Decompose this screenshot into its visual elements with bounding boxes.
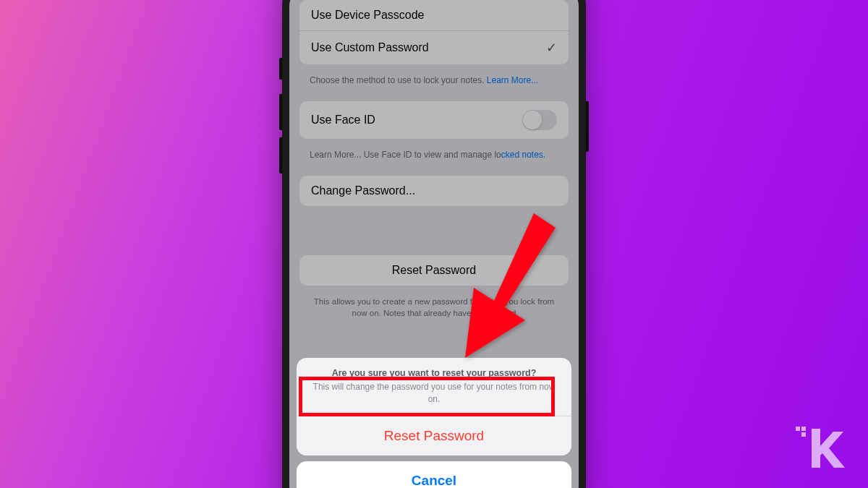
- phone-screen: Use Device Passcode Use Custom Password …: [289, 0, 579, 488]
- brand-logo-k-icon: [796, 423, 846, 474]
- reset-password-button[interactable]: Reset Password: [297, 416, 571, 455]
- phone-volume-up: [279, 94, 282, 130]
- svg-rect-2: [801, 427, 806, 431]
- phone-mute-switch: [279, 58, 282, 80]
- svg-rect-3: [801, 432, 806, 437]
- phone-power-button: [586, 101, 589, 152]
- sheet-subtitle: This will change the password you use fo…: [311, 381, 557, 406]
- cancel-button[interactable]: Cancel: [297, 461, 571, 488]
- sheet-title: Are you sure you want to reset your pass…: [311, 368, 557, 378]
- phone-frame: Use Device Passcode Use Custom Password …: [282, 0, 586, 488]
- action-sheet-main: Are you sure you want to reset your pass…: [297, 358, 571, 455]
- phone-volume-down: [279, 137, 282, 174]
- svg-rect-1: [796, 427, 800, 431]
- action-sheet: Are you sure you want to reset your pass…: [297, 358, 571, 488]
- action-sheet-header: Are you sure you want to reset your pass…: [297, 358, 571, 416]
